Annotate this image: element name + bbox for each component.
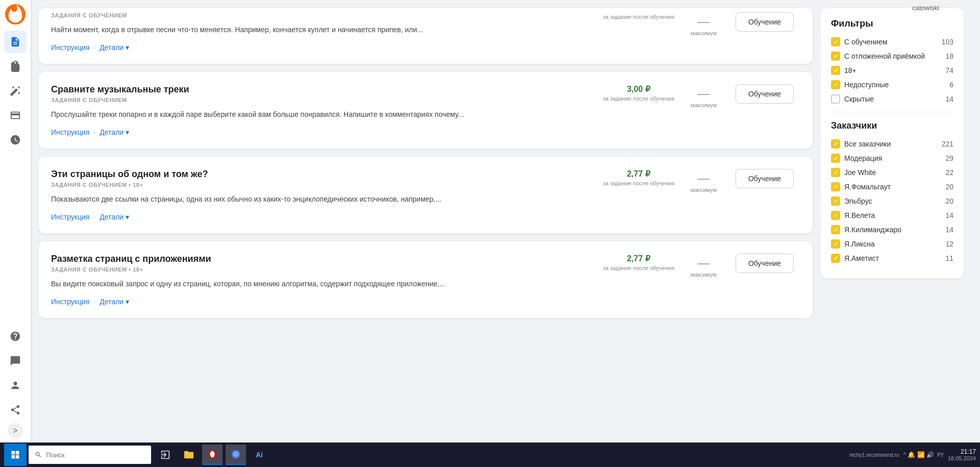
filter-count-veleta: 14 [945,211,953,219]
filter-checkbox-joe-white[interactable] [831,168,840,177]
task-subtitle-partial: ЗАДАНИЯ С ОБУЧЕНИЕМ [51,12,591,18]
filter-delayed: С отложенной приёмкой 18 [831,52,953,61]
filter-checkbox-fomalgaut[interactable] [831,182,840,191]
task-subtitle-compare: ЗАДАНИЯ С ОБУЧЕНИЕМ [51,97,591,103]
filters-title: Фильтры [831,18,953,29]
taskbar-right: rechy1.recommend.ru ^ 🔔 📶 🔊 РУ 21:17 18.… [849,448,976,461]
filter-checkbox-elbrus[interactable] [831,196,840,206]
filter-count-fomalgaut: 20 [945,183,953,191]
filter-moderation: Модерация 29 [831,154,953,163]
filter-checkbox-veleta[interactable] [831,211,840,220]
filter-elbrus: Эльбрус 20 [831,196,953,206]
task-title-pages: Эти страницы об одном и том же? [51,169,591,180]
filter-checkbox-delayed[interactable] [831,52,840,61]
sidebar-item-user[interactable] [4,374,27,397]
section-divider [831,112,953,112]
sidebar-item-share[interactable] [4,399,27,421]
training-button-markup[interactable]: Обучение [736,254,794,273]
filter-checkbox-hidden[interactable] [831,94,840,104]
filter-label-delayed: С отложенной приёмкой [844,52,941,60]
right-panel: Фильтры С обучением 103 С отложенной при… [821,0,980,443]
card-icon [10,110,21,121]
filter-all-customers: Все заказчики 221 [831,139,953,149]
snippets-icon [160,449,171,460]
task-info-compare: Сравните музыкальные треки ЗАДАНИЯ С ОБУ… [51,84,591,136]
taskbar-icon-chrome[interactable] [226,445,246,465]
filter-count-elbrus: 20 [945,197,953,205]
price-value-markup: 2,77 ₽ [603,254,674,263]
bag-icon [10,61,21,72]
filter-count-moderation: 29 [945,154,953,162]
task-card-markup: Разметка страниц с приложениями ЗАДАНИЯ … [39,241,813,318]
training-button-compare[interactable]: Обучение [736,84,794,104]
document-icon [10,36,21,47]
task-action-markup: Обучение [729,254,800,273]
price-value-pages: 2,77 ₽ [603,169,674,179]
task-title-markup: Разметка страниц с приложениями [51,254,591,264]
task-action-compare: Обучение [729,84,800,104]
task-title-compare: Сравните музыкальные треки [51,84,591,95]
taskbar-icon-ai[interactable]: Ai [249,445,270,465]
logo-button[interactable] [5,4,26,24]
task-desc-pages: Показываются две ссылки на страницы, одн… [51,194,591,205]
sidebar-item-tasks[interactable] [4,31,27,53]
sidebar-item-bag[interactable] [4,55,27,78]
details-link-pages[interactable]: Детали ▾ [100,213,129,221]
task-pricing-compare: 3,00 ₽ за задание после обучения — макси… [603,84,717,109]
instruction-link-partial[interactable]: Инструкция [51,43,89,52]
task-subtitle-markup: ЗАДАНИЯ С ОБУЧЕНИЕМ • 18+ [51,266,591,273]
folder-icon [183,449,194,460]
task-card-compare: Сравните музыкальные треки ЗАДАНИЯ С ОБУ… [39,72,813,149]
filter-count-delayed: 18 [945,52,953,60]
taskbar-search-box[interactable] [29,446,151,464]
tasks-area: ЗАДАНИЯ С ОБУЧЕНИЕМ Найти момент, когда … [31,0,821,443]
filter-count-all: 221 [942,140,953,148]
filter-adult: 18+ 74 [831,66,953,75]
filter-checkbox-ametist[interactable] [831,254,840,263]
sidebar-item-magic[interactable] [4,80,27,102]
search-icon [35,451,42,459]
filter-checkbox-kilimanjaro[interactable] [831,225,840,234]
taskbar-icon-explorer[interactable] [179,445,199,465]
start-button[interactable] [4,444,27,466]
filter-checkbox-with-training[interactable] [831,37,840,46]
filter-count-ametist: 11 [945,254,953,262]
instruction-link-pages[interactable]: Инструкция [51,213,89,221]
taskbar-icon-snippets[interactable] [155,445,176,465]
sidebar-item-clock[interactable] [4,129,27,151]
filter-count-hidden: 14 [945,95,953,103]
filter-label-kilimanjaro: Я.Килиманджаро [844,226,941,234]
instruction-link-compare[interactable]: Инструкция [51,128,89,136]
filter-count-liksna: 12 [945,240,953,248]
details-link-partial[interactable]: Детали ▾ [100,43,129,52]
training-button-partial[interactable]: Обучение [736,12,794,32]
filter-checkbox-moderation[interactable] [831,154,840,163]
filter-checkbox-adult[interactable] [831,66,840,75]
filter-label-joe-white: Joe White [844,168,941,177]
taskbar-reccom: rechy1.recommend.ru [849,451,899,458]
flame-icon [5,4,26,24]
task-pricing-partial: за задание после обучения — максимум [603,12,717,37]
details-link-compare[interactable]: Детали ▾ [100,128,129,136]
user-icon [10,380,21,391]
filter-label-moderation: Модерация [844,154,941,162]
filter-count-adult: 74 [945,66,953,75]
task-pricing-markup: 2,77 ₽ за задание после обучения — макси… [603,254,717,279]
filter-checkbox-liksna[interactable] [831,239,840,249]
sidebar-item-help[interactable] [4,325,27,348]
training-button-pages[interactable]: Обучение [736,169,794,188]
customers-title: Заказчики [831,120,953,131]
filter-checkbox-all[interactable] [831,139,840,149]
filter-label-unavailable: Недоступные [844,81,945,89]
instruction-link-markup[interactable]: Инструкция [51,298,89,306]
taskbar-icon-opera[interactable] [202,445,223,465]
filter-label-fomalgaut: Я.Фомальгаут [844,183,941,191]
details-link-markup[interactable]: Детали ▾ [100,298,129,306]
search-input[interactable] [46,451,145,459]
sidebar-item-chat[interactable] [4,350,27,372]
expand-button[interactable]: > [8,423,23,438]
filter-checkbox-unavailable[interactable] [831,80,840,89]
sidebar-item-card[interactable] [4,104,27,127]
price-value-compare: 3,00 ₽ [603,84,674,94]
price-label-partial: за задание после обучения [603,13,674,21]
